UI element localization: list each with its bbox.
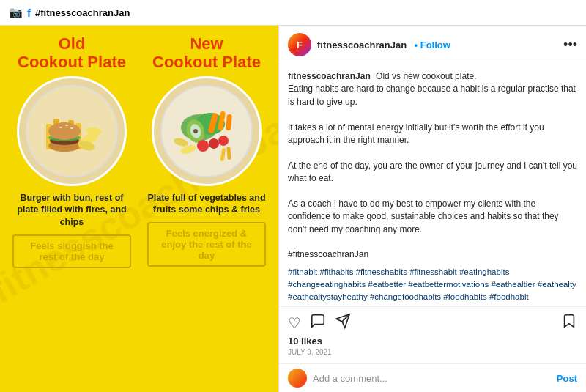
bookmark-icon[interactable]: [561, 313, 577, 333]
comment-icon[interactable]: [310, 313, 326, 333]
follow-button[interactable]: • Follow: [415, 40, 450, 51]
sidebar-header: F fitnesscoachranJan • Follow •••: [279, 26, 586, 64]
old-plate-circle: [17, 76, 127, 186]
action-icons: ♡: [288, 313, 577, 333]
action-row: ♡ 10 likes JULY 9, 2021: [279, 306, 586, 363]
top-handle: #fitnesscoachranJan: [35, 7, 130, 18]
post-image: #fitnesscoachranJan Old Cookout Plate: [0, 26, 278, 392]
caption-text: Old vs new cookout plate.Eating habits a…: [288, 71, 577, 259]
old-plate-col: Old Cookout Plate: [6, 34, 138, 268]
svg-point-21: [193, 129, 198, 133]
caption-area: fitnesscoachranJan Old vs new cookout pl…: [279, 64, 586, 306]
user-avatar: F: [288, 33, 311, 56]
header-info: fitnesscoachranJan • Follow: [317, 38, 557, 51]
svg-point-27: [218, 136, 229, 146]
new-feel-box: Feels energized & enjoy the rest of the …: [147, 222, 266, 267]
more-options-icon[interactable]: •••: [563, 37, 577, 53]
sidebar-username[interactable]: fitnesscoachranJan: [317, 40, 407, 51]
comment-input[interactable]: [313, 373, 551, 384]
svg-point-25: [197, 140, 209, 152]
new-plate-circle: [152, 76, 262, 186]
instagram-icon: 📷: [9, 6, 23, 19]
svg-point-11: [65, 125, 68, 126]
sidebar: F fitnesscoachranJan • Follow ••• fitnes…: [278, 26, 586, 392]
svg-point-10: [59, 127, 62, 128]
old-plate-desc: Burger with bun, rest of plate filled wi…: [6, 192, 138, 229]
plates-row: Old Cookout Plate: [6, 34, 272, 268]
svg-point-26: [209, 138, 219, 149]
svg-point-12: [70, 127, 73, 129]
caption-username[interactable]: fitnesscoachranJan: [288, 71, 371, 81]
old-feel-box: Feels sluggish the rest of the day: [12, 234, 131, 268]
heart-icon[interactable]: ♡: [288, 314, 301, 332]
comment-row: Post: [279, 363, 586, 392]
new-plate-title: New Cookout Plate: [152, 34, 261, 72]
new-plate-desc: Plate full of vegetables and fruits some…: [141, 192, 272, 217]
likes-count: 10 likes: [288, 336, 577, 347]
new-plate-col: New Cookout Plate: [141, 34, 272, 268]
hashtags: #fitnabit #fithabits #fitnesshabits #fit…: [288, 266, 577, 306]
caption-block: fitnesscoachranJan Old vs new cookout pl…: [288, 70, 577, 262]
old-plate-title: Old Cookout Plate: [18, 34, 126, 72]
post-comment-button[interactable]: Post: [557, 373, 577, 384]
facebook-icon: f: [27, 7, 31, 19]
share-icon[interactable]: [335, 313, 351, 333]
post-date: JULY 9, 2021: [288, 348, 577, 356]
svg-point-9: [48, 122, 81, 140]
top-bar: 📷 f #fitnesscoachranJan: [0, 0, 586, 26]
main-layout: #fitnesscoachranJan Old Cookout Plate: [0, 26, 586, 392]
commenter-avatar: [288, 369, 307, 388]
